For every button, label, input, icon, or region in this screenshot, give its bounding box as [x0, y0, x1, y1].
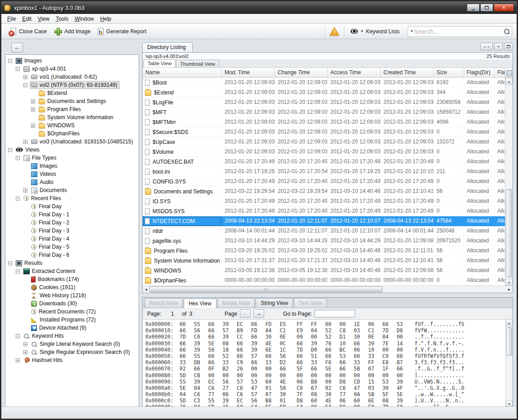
name-cell[interactable]: System Volume Information — [143, 256, 222, 266]
table-row[interactable]: System Volume Information 2012-01-20 17:… — [143, 256, 505, 266]
menu-item[interactable]: View — [35, 15, 53, 23]
goto-page-input[interactable] — [315, 310, 355, 317]
search-options-chevron-icon[interactable]: ▼ — [410, 29, 414, 33]
scrollbar-thumb[interactable] — [506, 189, 512, 277]
table-row[interactable]: IO.SYS 2012-01-20 17:20:49 2012-01-20 17… — [143, 197, 505, 206]
tree-item[interactable]: Recent Documents (72) — [5, 308, 139, 316]
tree-item[interactable]: Results — [5, 259, 139, 267]
name-cell[interactable]: ntldr — [143, 226, 222, 236]
tree-item[interactable]: Documents — [5, 186, 139, 194]
tree-item[interactable]: Bookmarks (174) — [5, 275, 139, 283]
tree-item[interactable]: Videos — [5, 170, 139, 178]
scroll-right-icon[interactable]: ▶ — [506, 286, 513, 293]
expander-icon[interactable] — [23, 83, 27, 87]
tree-item[interactable]: Final Day - 1 — [5, 210, 139, 219]
name-cell[interactable]: NTDETECT.COM — [143, 216, 222, 226]
scroll-up-icon[interactable]: ▲ — [505, 78, 513, 85]
tree-item[interactable]: Images — [5, 162, 139, 170]
page-prev-button[interactable]: ← — [240, 309, 251, 318]
tree-item[interactable]: Keyword Hits — [5, 332, 139, 340]
expander-icon[interactable] — [23, 350, 27, 354]
tree-item[interactable]: Final Day - 3 — [5, 227, 139, 235]
name-cell[interactable]: $LogFile — [143, 98, 222, 107]
expander-icon[interactable] — [23, 188, 27, 192]
scroll-left-icon[interactable]: ◀ — [143, 286, 149, 293]
expander-icon[interactable] — [23, 342, 27, 346]
name-cell[interactable]: CONFIG.SYS — [143, 177, 222, 187]
scrollbar-thumb[interactable] — [506, 327, 512, 356]
expander-icon[interactable] — [16, 197, 20, 201]
menu-item[interactable]: Tools — [53, 15, 72, 23]
name-cell[interactable]: pagefile.sys — [143, 236, 222, 246]
name-cell[interactable]: $OrphanFiles — [143, 276, 222, 286]
name-cell[interactable]: boot.ini — [143, 167, 222, 177]
menu-item[interactable]: Edit — [19, 15, 35, 23]
table-row[interactable]: $Volume 2012-01-20 12:09:03 2012-01-20 1… — [143, 147, 505, 157]
tree-item[interactable]: Recent Files — [5, 194, 139, 202]
tree-item[interactable]: Documents and Settings — [5, 97, 139, 105]
table-horizontal-scrollbar[interactable]: ◀ ▶ — [143, 286, 513, 293]
viewer-tab[interactable]: Text View — [294, 298, 327, 308]
tree-item[interactable]: Extracted Content — [5, 267, 139, 275]
table-row[interactable]: NTDETECT.COM 2008-04-13 22:13:04 2012-01… — [143, 216, 505, 226]
warning-icon[interactable] — [329, 27, 339, 36]
tab-list-dropdown-button[interactable]: ▼ — [494, 43, 503, 50]
tree-item[interactable]: Final Day — [5, 202, 139, 210]
name-cell[interactable]: IO.SYS — [143, 197, 222, 206]
scrollbar-thumb[interactable] — [149, 286, 383, 292]
expander-icon[interactable] — [8, 261, 12, 265]
expander-icon[interactable] — [31, 107, 35, 112]
expander-icon[interactable] — [16, 358, 20, 362]
scroll-down-icon[interactable]: ▼ — [505, 279, 513, 286]
tree-item[interactable]: Views — [5, 146, 139, 154]
column-header[interactable]: Flags(Meta) — [495, 68, 505, 78]
scroll-tabs-left-icon[interactable]: ◀ — [483, 45, 485, 49]
table-row[interactable]: WINDOWS 2012-03-05 19:12:38 2012-03-05 1… — [143, 266, 505, 276]
column-header[interactable]: Created Time — [381, 68, 434, 78]
back-button[interactable]: ← — [11, 43, 23, 53]
hex-dump[interactable]: 0x000000: 66 55 66 39 EC 66 FD E5 FF FF … — [143, 319, 505, 407]
column-settings-icon[interactable] — [505, 68, 513, 78]
name-cell[interactable]: $Volume — [143, 147, 222, 157]
maximize-panel-button[interactable] — [504, 43, 513, 50]
table-row[interactable]: MSDOS.SYS 2012-01-20 17:20:49 2012-01-20… — [143, 206, 505, 216]
name-cell[interactable]: $Extend — [143, 88, 222, 98]
table-row[interactable]: $MFTMirr 2012-01-20 12:09:03 2012-01-20 … — [143, 117, 505, 127]
name-cell[interactable]: $Secure:$SDS — [143, 127, 222, 137]
viewer-tab[interactable]: String View — [256, 298, 293, 308]
tree-item[interactable]: vol3 (Unallocated: 8193150-10485215) — [5, 138, 139, 146]
keyword-lists-button[interactable]: ▼ Keyword Lists — [347, 27, 403, 36]
scroll-up-icon[interactable]: ▲ — [506, 319, 513, 326]
search-input[interactable] — [414, 28, 504, 35]
tree-item[interactable]: Downloads (30) — [5, 299, 139, 308]
tree-item[interactable]: Audio — [5, 178, 139, 186]
viewer-tab[interactable]: Hex View — [184, 299, 216, 308]
scroll-tabs-right-icon[interactable]: ▶ — [488, 45, 490, 49]
close-case-button[interactable]: Close Case — [8, 26, 51, 37]
page-next-button[interactable]: → — [253, 309, 264, 318]
table-row[interactable]: $Secure:$SDS 2012-01-20 12:09:03 2012-01… — [143, 127, 505, 137]
column-header[interactable]: Flags(Dir) — [464, 68, 495, 78]
expander-icon[interactable] — [23, 140, 27, 144]
table-row[interactable]: pagefile.sys 2012-03-10 14:44:29 2012-03… — [143, 236, 505, 246]
expander-icon[interactable] — [8, 148, 12, 152]
maximize-button[interactable] — [480, 4, 493, 12]
expander-icon[interactable] — [31, 99, 35, 103]
viewer-tab[interactable]: Result View — [144, 298, 183, 308]
tree-item[interactable]: Installed Programs (72) — [5, 316, 139, 324]
hex-vertical-scrollbar[interactable]: ▲ ▼ — [505, 319, 513, 407]
scroll-down-icon[interactable]: ▼ — [506, 400, 513, 407]
table-row[interactable]: ntldr 2008-04-14 00:01:44 2012-01-20 12:… — [143, 226, 505, 236]
table-row[interactable]: Documents and Settings 2012-03-22 19:29:… — [143, 187, 505, 197]
tree-item[interactable]: vol2 (NTFS (0x07): 63-8193149) — [5, 81, 139, 89]
viewer-tab[interactable]: Media View — [217, 298, 255, 308]
table-row[interactable]: $OrphanFiles 0000-00-00 00:00:00 0000-00… — [143, 276, 505, 286]
tree-item[interactable]: Final Day - 2 — [5, 219, 139, 227]
table-row[interactable]: boot.ini 2012-01-20 17:19:25 2012-01-20 … — [143, 167, 505, 177]
tree-item[interactable]: Hashset Hits — [5, 356, 139, 364]
column-header[interactable]: Access Time — [328, 68, 381, 78]
menu-item[interactable]: File — [4, 15, 19, 23]
expander-icon[interactable] — [23, 75, 27, 79]
tree-item[interactable]: WINDOWS — [5, 121, 139, 130]
expander-icon[interactable] — [16, 156, 20, 160]
